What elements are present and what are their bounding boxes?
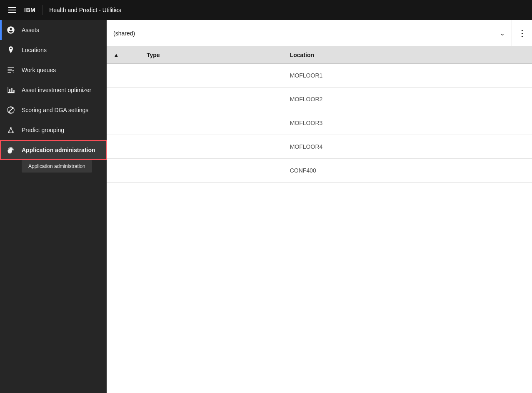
sidebar-item-assets[interactable]: Assets bbox=[0, 20, 107, 40]
table-row[interactable]: CONF400 bbox=[107, 159, 532, 183]
header-divider bbox=[42, 5, 42, 15]
optimizer-label: Asset investment optimizer bbox=[22, 87, 100, 93]
table-body: MOFLOOR1 MOFLOOR2 MOFLOOR3 bbox=[107, 64, 532, 183]
svg-point-7 bbox=[10, 150, 11, 152]
work-queues-icon bbox=[7, 66, 15, 74]
table-header: ▲ Type Location bbox=[107, 47, 532, 64]
sidebar-item-locations[interactable]: Locations bbox=[0, 40, 107, 60]
chevron-down-icon: ⌄ bbox=[500, 30, 505, 37]
sidebar-item-scoring[interactable]: Scoring and DGA settings bbox=[0, 100, 107, 120]
cell-type-2 bbox=[140, 88, 283, 111]
col-location-header[interactable]: Location bbox=[283, 47, 532, 64]
cell-location-3: MOFLOOR3 bbox=[283, 111, 532, 135]
sidebar-tooltip: Application administration bbox=[22, 160, 92, 173]
dropdown-value: (shared) bbox=[113, 30, 135, 37]
cell-location-5: CONF400 bbox=[283, 159, 532, 183]
table-row[interactable]: MOFLOOR2 bbox=[107, 88, 532, 111]
col-sort-header[interactable]: ▲ bbox=[107, 47, 140, 64]
header-title: Health and Predict - Utilities bbox=[49, 7, 121, 13]
menu-button[interactable] bbox=[7, 5, 17, 15]
svg-line-4 bbox=[9, 128, 11, 132]
dropdown-select[interactable]: (shared) ⌄ bbox=[107, 20, 512, 46]
cell-type-5 bbox=[140, 159, 283, 183]
table-row[interactable]: MOFLOOR4 bbox=[107, 135, 532, 159]
assets-icon bbox=[7, 26, 15, 34]
predict-grouping-label: Predict grouping bbox=[22, 127, 100, 133]
locations-label: Locations bbox=[22, 47, 100, 53]
cell-sort-5 bbox=[107, 159, 140, 183]
cell-sort-1 bbox=[107, 64, 140, 88]
sidebar-item-predict-grouping[interactable]: Predict grouping bbox=[0, 120, 107, 140]
cell-type-3 bbox=[140, 111, 283, 135]
svg-line-5 bbox=[11, 128, 13, 132]
cell-location-1: MOFLOOR1 bbox=[283, 64, 532, 88]
table-container: ▲ Type Location MOFLOOR1 bbox=[107, 47, 532, 393]
cell-sort-4 bbox=[107, 135, 140, 159]
scoring-icon bbox=[7, 106, 15, 114]
locations-icon bbox=[7, 46, 15, 54]
optimizer-icon bbox=[7, 86, 15, 94]
main-content: (shared) ⌄ ⋮ ▲ Type bbox=[107, 20, 532, 393]
cell-sort-2 bbox=[107, 88, 140, 111]
svg-point-8 bbox=[11, 150, 12, 152]
header: IBM Health and Predict - Utilities bbox=[0, 0, 532, 20]
sidebar-item-application-administration[interactable]: Application administration bbox=[0, 140, 107, 160]
sort-icon: ▲ bbox=[113, 52, 119, 58]
sidebar-item-work-queues[interactable]: Work queues bbox=[0, 60, 107, 80]
sidebar-item-optimizer[interactable]: Asset investment optimizer bbox=[0, 80, 107, 100]
table-row[interactable]: MOFLOOR1 bbox=[107, 64, 532, 88]
overflow-menu-button[interactable]: ⋮ bbox=[512, 28, 532, 38]
active-indicator bbox=[0, 20, 2, 40]
locations-table: ▲ Type Location MOFLOOR1 bbox=[107, 47, 532, 183]
sidebar: Assets Locations Work queues bbox=[0, 20, 107, 393]
brand-name: IBM bbox=[24, 7, 35, 13]
application-administration-label: Application administration bbox=[22, 147, 100, 153]
cell-type-4 bbox=[140, 135, 283, 159]
cell-sort-3 bbox=[107, 111, 140, 135]
assets-label: Assets bbox=[22, 27, 100, 33]
cell-location-4: MOFLOOR4 bbox=[283, 135, 532, 159]
svg-point-0 bbox=[13, 72, 14, 72]
scoring-label: Scoring and DGA settings bbox=[22, 107, 100, 113]
main-layout: Assets Locations Work queues bbox=[0, 20, 532, 393]
dropdown-row: (shared) ⌄ ⋮ bbox=[107, 20, 532, 47]
table-row[interactable]: MOFLOOR3 bbox=[107, 111, 532, 135]
col-type-header[interactable]: Type bbox=[140, 47, 283, 64]
cell-type-1 bbox=[140, 64, 283, 88]
predict-icon bbox=[7, 126, 15, 134]
work-queues-label: Work queues bbox=[22, 67, 100, 73]
admin-icon bbox=[7, 146, 15, 154]
cell-location-2: MOFLOOR2 bbox=[283, 88, 532, 111]
